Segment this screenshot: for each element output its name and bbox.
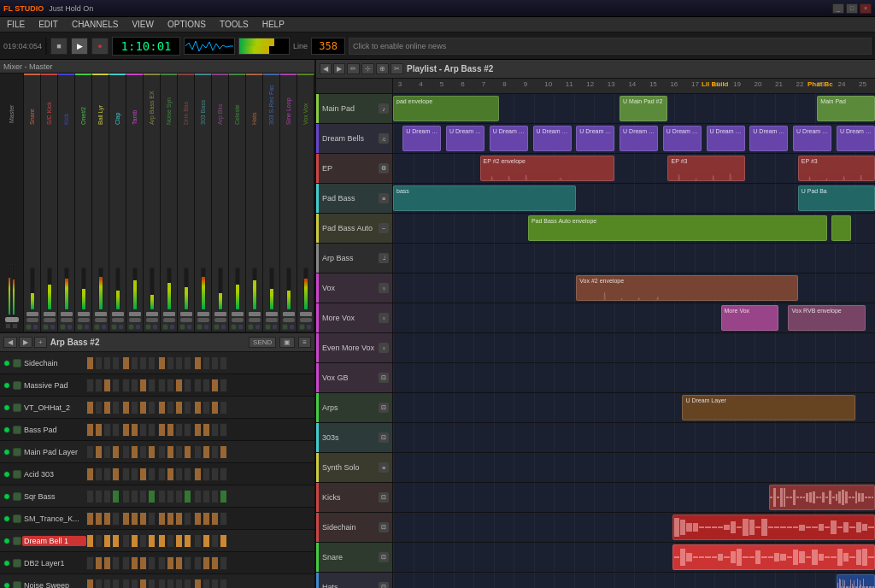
step-button[interactable] — [148, 534, 156, 548]
step-button[interactable] — [103, 356, 111, 370]
playlist-btn-pencil[interactable]: ✏ — [347, 63, 360, 74]
track-content-12[interactable] — [393, 453, 875, 482]
step-button[interactable] — [86, 379, 94, 392]
rack-btn-add[interactable]: + — [34, 337, 47, 348]
step-button[interactable] — [95, 556, 103, 570]
pattern-block[interactable]: EP #3 — [798, 156, 875, 181]
step-button[interactable] — [211, 423, 219, 437]
mixer-mute-master[interactable] — [5, 323, 11, 329]
step-button[interactable] — [175, 379, 183, 392]
ch-fader-0[interactable] — [24, 126, 40, 333]
track-content-11[interactable] — [393, 423, 875, 452]
step-button[interactable] — [220, 379, 227, 392]
step-button[interactable] — [167, 401, 174, 415]
track-icon-7[interactable]: ♀ — [379, 313, 389, 323]
step-button[interactable] — [194, 534, 202, 548]
ch-mute-7[interactable] — [13, 514, 21, 523]
ch-mute-1[interactable] — [13, 381, 21, 390]
step-button[interactable] — [203, 423, 210, 437]
pattern-block[interactable]: U Dream B... — [837, 126, 875, 151]
menu-help[interactable]: HELP — [259, 20, 288, 29]
pattern-block[interactable]: Pad Bass Auto envelope — [528, 215, 827, 241]
track-content-2[interactable]: EP #2 envelopeEP #3EP #3 — [393, 154, 875, 183]
step-button[interactable] — [211, 490, 219, 503]
step-button[interactable] — [122, 356, 130, 370]
track-icon-4[interactable]: ~ — [379, 223, 389, 233]
step-button[interactable] — [86, 579, 94, 589]
track-icon-12[interactable]: ≡ — [379, 462, 389, 473]
track-content-16[interactable] — [393, 573, 875, 588]
step-button[interactable] — [203, 401, 210, 415]
step-button[interactable] — [184, 579, 191, 589]
step-button[interactable] — [167, 556, 174, 570]
step-button[interactable] — [184, 445, 191, 459]
close-button[interactable]: × — [860, 3, 872, 14]
menu-options[interactable]: OPTIONS — [164, 20, 209, 29]
step-button[interactable] — [158, 401, 166, 415]
step-button[interactable] — [194, 356, 202, 370]
pattern-block[interactable] — [769, 485, 875, 510]
step-button[interactable] — [122, 467, 130, 481]
pattern-block[interactable]: U Dream B... — [793, 126, 831, 151]
stop-button[interactable]: ■ — [50, 38, 68, 55]
step-button[interactable] — [148, 490, 156, 503]
step-button[interactable] — [112, 534, 120, 548]
step-button[interactable] — [211, 556, 219, 570]
step-button[interactable] — [211, 467, 219, 481]
ch-led-8[interactable] — [3, 538, 10, 544]
pattern-block[interactable]: U Dream B... — [533, 126, 572, 151]
playlist-btn-1[interactable]: ◀ — [320, 63, 332, 74]
pattern-block[interactable]: EP #3 — [667, 156, 744, 181]
step-button[interactable] — [122, 490, 130, 503]
pattern-block[interactable]: More Vox — [721, 305, 779, 331]
ch-led-5[interactable] — [3, 471, 10, 478]
step-button[interactable] — [184, 423, 191, 437]
step-button[interactable] — [139, 534, 147, 548]
step-button[interactable] — [122, 445, 130, 459]
pattern-block[interactable]: U Dream B... — [620, 126, 658, 151]
pattern-block[interactable] — [837, 574, 875, 588]
rack-btn-1[interactable]: ◀ — [3, 337, 17, 348]
step-button[interactable] — [203, 534, 210, 548]
pattern-block[interactable]: Main Pad — [817, 96, 875, 121]
step-button[interactable] — [131, 490, 138, 503]
step-button[interactable] — [112, 556, 120, 570]
ch-name-2[interactable]: VT_OHHat_2 — [22, 403, 86, 412]
track-content-10[interactable]: U Dream Layer — [393, 393, 875, 422]
track-icon-11[interactable]: ⊡ — [379, 432, 389, 443]
pattern-block[interactable]: U Dream Layer — [682, 395, 855, 420]
playlist-btn-zoom[interactable]: ⊕ — [376, 63, 389, 74]
ch-fader-7[interactable] — [144, 126, 160, 333]
step-button[interactable] — [175, 579, 183, 589]
step-button[interactable] — [95, 356, 103, 370]
step-button[interactable] — [158, 423, 166, 437]
ch-fader-8[interactable] — [161, 126, 177, 333]
step-button[interactable] — [139, 356, 147, 370]
step-button[interactable] — [203, 490, 210, 503]
step-button[interactable] — [220, 467, 227, 481]
step-button[interactable] — [112, 579, 120, 589]
step-button[interactable] — [148, 423, 156, 437]
step-button[interactable] — [203, 467, 210, 481]
pattern-block[interactable]: Vox RVB envelope — [788, 305, 865, 331]
step-button[interactable] — [203, 356, 210, 370]
pattern-block[interactable]: U Dream B... — [402, 126, 441, 151]
step-button[interactable] — [131, 579, 138, 589]
step-button[interactable] — [184, 512, 191, 526]
pattern-block[interactable]: bass — [393, 185, 576, 211]
step-button[interactable] — [139, 467, 147, 481]
step-button[interactable] — [86, 356, 94, 370]
step-button[interactable] — [122, 379, 130, 392]
rack-view2-btn[interactable]: ▣ — [279, 337, 295, 348]
step-button[interactable] — [139, 423, 147, 437]
track-content-15[interactable] — [393, 543, 875, 572]
track-icon-3[interactable]: ≡ — [379, 193, 389, 203]
step-button[interactable] — [148, 445, 156, 459]
track-content-14[interactable] — [393, 513, 875, 542]
track-content-13[interactable] — [393, 483, 875, 512]
step-button[interactable] — [148, 379, 156, 392]
step-button[interactable] — [167, 467, 174, 481]
step-button[interactable] — [86, 467, 94, 481]
step-button[interactable] — [112, 490, 120, 503]
step-button[interactable] — [131, 401, 138, 415]
